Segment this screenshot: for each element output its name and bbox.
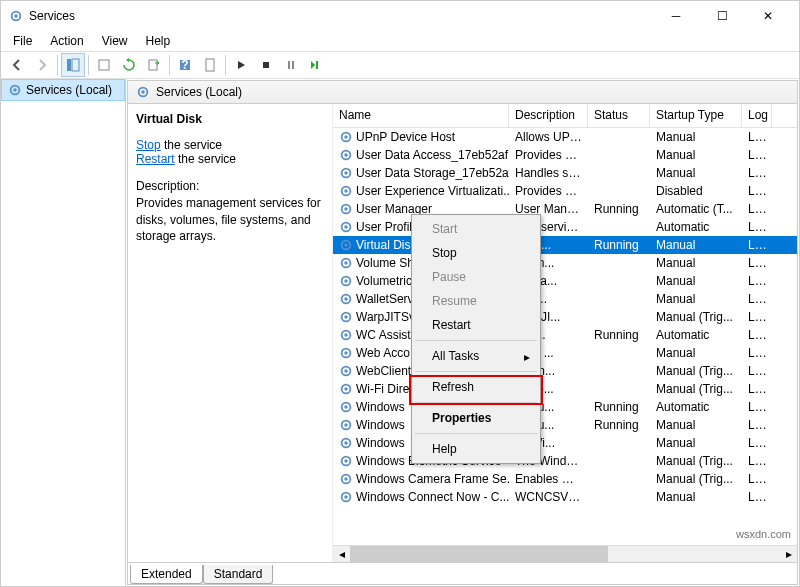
service-logon: Loc (742, 417, 772, 433)
table-row[interactable]: User ManagerUser Manag...RunningAutomati… (333, 200, 797, 218)
table-row[interactable]: User Experience Virtualizati...Provides … (333, 182, 797, 200)
table-row[interactable]: WebClients Win...Manual (Trig...Loc (333, 362, 797, 380)
table-row[interactable]: Windows Connect Now - C...WCNCSVC ...Man… (333, 488, 797, 506)
table-row[interactable]: User Data Access_17eb52afProvides ap...M… (333, 146, 797, 164)
service-logon: Loc (742, 489, 772, 505)
service-status: Running (588, 399, 650, 415)
svg-point-32 (344, 261, 348, 265)
close-button[interactable]: ✕ (745, 1, 791, 31)
table-row[interactable]: Web Accorvice ...ManualLoc (333, 344, 797, 362)
svg-point-36 (344, 297, 348, 301)
table-row[interactable]: Volumetricspatia...ManualLoc (333, 272, 797, 290)
col-desc[interactable]: Description (509, 104, 588, 127)
svg-point-24 (344, 189, 348, 193)
forward-button[interactable] (30, 53, 54, 77)
horizontal-scrollbar[interactable]: ◂ ▸ (333, 545, 797, 562)
table-row[interactable]: Volume Shes an...ManualLoc (333, 254, 797, 272)
gear-icon (339, 454, 353, 468)
start-service-button[interactable] (229, 53, 253, 77)
chevron-right-icon: ▸ (524, 350, 530, 364)
delete-button[interactable] (92, 53, 116, 77)
service-logon: Loc (742, 345, 772, 361)
ctx-restart[interactable]: Restart (414, 313, 538, 337)
titlebar: Services ─ ☐ ✕ (1, 1, 799, 31)
properties-button[interactable] (198, 53, 222, 77)
service-name: Windows (356, 418, 405, 432)
menu-file[interactable]: File (5, 32, 40, 50)
gear-icon (339, 274, 353, 288)
pause-service-button[interactable] (279, 53, 303, 77)
table-row[interactable]: Windowses Wi...ManualLoc (333, 434, 797, 452)
service-logon: Loc (742, 381, 772, 397)
svg-rect-10 (288, 61, 290, 69)
restart-link[interactable]: Restart (136, 152, 175, 166)
stop-link[interactable]: Stop (136, 138, 161, 152)
service-name: Web Acco (356, 346, 410, 360)
service-name: Volumetric (356, 274, 412, 288)
service-startup: Manual (Trig... (650, 453, 742, 469)
col-status[interactable]: Status (588, 104, 650, 127)
table-row[interactable]: WarpJITSves a JI...Manual (Trig...Loc (333, 308, 797, 326)
ctx-stop[interactable]: Stop (414, 241, 538, 265)
svg-rect-9 (263, 62, 269, 68)
scroll-thumb[interactable] (350, 546, 608, 562)
service-status (588, 460, 650, 462)
service-startup: Manual (650, 237, 742, 253)
col-startup[interactable]: Startup Type (650, 104, 742, 127)
table-row[interactable]: User Data Storage_17eb52afHandles sto...… (333, 164, 797, 182)
gear-icon (339, 310, 353, 324)
col-logon[interactable]: Log (742, 104, 772, 127)
minimize-button[interactable]: ─ (653, 1, 699, 31)
table-row[interactable]: WC Assistare ...RunningAutomaticLoc (333, 326, 797, 344)
service-name: Windows Camera Frame Se... (356, 472, 509, 486)
menu-view[interactable]: View (94, 32, 136, 50)
table-row[interactable]: Windowses au...RunningManualLoc (333, 416, 797, 434)
table-row[interactable]: User Profile ServiceThis service ...Auto… (333, 218, 797, 236)
back-button[interactable] (5, 53, 29, 77)
show-tree-button[interactable] (61, 53, 85, 77)
tab-standard[interactable]: Standard (203, 565, 274, 584)
table-row[interactable]: Windows Biometric ServiceThe Windo...Man… (333, 452, 797, 470)
ctx-properties[interactable]: Properties (414, 406, 538, 430)
service-status (588, 370, 650, 372)
refresh-button[interactable] (117, 53, 141, 77)
window-controls: ─ ☐ ✕ (653, 1, 791, 31)
service-status: Running (588, 327, 650, 343)
menu-action[interactable]: Action (42, 32, 91, 50)
service-status (588, 496, 650, 498)
service-status (588, 190, 650, 192)
stop-service-button[interactable] (254, 53, 278, 77)
table-row[interactable]: Windows Camera Frame Se...Enables mul...… (333, 470, 797, 488)
service-name: UPnP Device Host (356, 130, 455, 144)
ctx-pause: Pause (414, 265, 538, 289)
help-button[interactable]: ? (173, 53, 197, 77)
service-name: WarpJITSv (356, 310, 415, 324)
restart-service-button[interactable] (304, 53, 328, 77)
scroll-left-icon[interactable]: ◂ (333, 546, 350, 562)
service-logon: Loc (742, 255, 772, 271)
table-row[interactable]: Wi-Fi Direes co...Manual (Trig...Loc (333, 380, 797, 398)
ctx-all-tasks[interactable]: All Tasks▸ (414, 344, 538, 368)
scroll-right-icon[interactable]: ▸ (780, 546, 797, 562)
table-row[interactable]: UPnP Device HostAllows UPn...ManualLoc (333, 128, 797, 146)
service-logon: Loc (742, 201, 772, 217)
gear-icon (339, 238, 353, 252)
service-logon: Loc (742, 291, 772, 307)
ctx-refresh[interactable]: Refresh (414, 375, 538, 399)
col-name[interactable]: Name (333, 104, 509, 127)
tree-node-label: Services (Local) (26, 83, 112, 97)
toolbar: ? (1, 51, 799, 79)
tree-node-services-local[interactable]: Services (Local) (1, 79, 125, 101)
ctx-help[interactable]: Help (414, 437, 538, 461)
tab-extended[interactable]: Extended (130, 565, 203, 584)
svg-point-44 (344, 369, 348, 373)
view-tabs: Extended Standard (128, 562, 797, 584)
gear-icon (339, 418, 353, 432)
table-row[interactable]: Virtual Dises m...RunningManualLoc (333, 236, 797, 254)
maximize-button[interactable]: ☐ (699, 1, 745, 31)
table-row[interactable]: Windowses au...RunningAutomaticLoc (333, 398, 797, 416)
table-row[interactable]: WalletServbjec...ManualLoc (333, 290, 797, 308)
export-button[interactable] (142, 53, 166, 77)
menu-help[interactable]: Help (138, 32, 179, 50)
svg-point-42 (344, 351, 348, 355)
